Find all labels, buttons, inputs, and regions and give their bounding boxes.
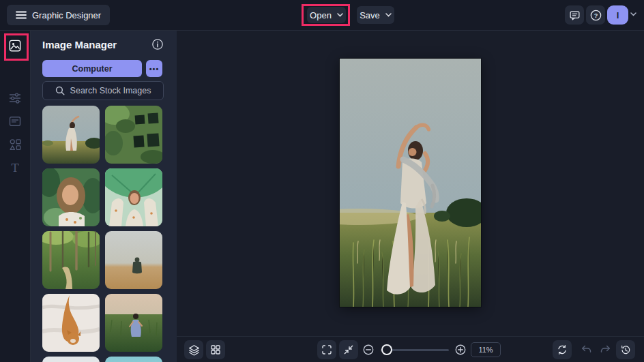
- app-menu-button[interactable]: Graphic Designer: [7, 5, 110, 25]
- save-button[interactable]: Save: [357, 6, 394, 24]
- graphic-designer-app: Graphic Designer Open Save ? I: [0, 0, 644, 362]
- zoom-level-input[interactable]: 11%: [471, 342, 501, 357]
- sidebar-item-image-manager[interactable]: [8, 39, 22, 52]
- search-icon: [55, 86, 65, 95]
- help-icon: ?: [589, 9, 602, 22]
- image-thumbnail[interactable]: [42, 357, 100, 362]
- text-icon: T: [8, 161, 22, 175]
- svg-text:?: ?: [594, 12, 598, 18]
- sliders-icon: [8, 91, 22, 105]
- image-manager-panel: Image Manager Computer ••• Search Stock …: [30, 30, 177, 362]
- avatar-initial: I: [617, 10, 619, 20]
- bottom-toolbar: 11%: [177, 336, 644, 362]
- svg-text:T: T: [11, 162, 18, 175]
- image-thumbnail[interactable]: [42, 231, 100, 289]
- stock-search-input[interactable]: Search Stock Images: [42, 81, 164, 100]
- image-thumbnail[interactable]: [105, 168, 162, 226]
- sidebar-item-edit[interactable]: [8, 91, 22, 105]
- card-icon: [8, 115, 22, 128]
- chevron-down-icon: [337, 13, 343, 17]
- hamburger-icon: [16, 11, 27, 19]
- feedback-button[interactable]: [565, 5, 584, 25]
- undo-button[interactable]: [576, 340, 596, 359]
- history-icon: [620, 344, 631, 355]
- zoom-out-button[interactable]: [359, 340, 378, 359]
- zoom-slider-knob[interactable]: [381, 344, 392, 355]
- layers-icon: [188, 344, 200, 356]
- search-placeholder: Search Stock Images: [70, 86, 151, 95]
- info-button[interactable]: [151, 37, 164, 51]
- canvas-photo[interactable]: [340, 59, 481, 307]
- ellipsis-icon: •••: [149, 65, 160, 73]
- image-thumbnail[interactable]: [42, 168, 100, 226]
- thumbnail-grid: [42, 106, 164, 362]
- image-thumbnail[interactable]: [42, 294, 100, 352]
- reset-button[interactable]: [553, 340, 572, 359]
- sidebar-item-text[interactable]: T: [8, 161, 22, 175]
- fit-to-screen-button[interactable]: [339, 340, 358, 359]
- shapes-icon: [8, 138, 22, 151]
- help-button[interactable]: ?: [586, 5, 605, 25]
- account-chevron-down-icon[interactable]: [630, 12, 636, 16]
- open-button[interactable]: Open: [307, 7, 346, 23]
- zoom-level-value: 11%: [478, 346, 493, 354]
- zoom-in-button[interactable]: [451, 340, 470, 359]
- image-thumbnail[interactable]: [105, 106, 162, 164]
- image-thumbnail[interactable]: [105, 294, 162, 352]
- fullscreen-button[interactable]: [317, 340, 336, 359]
- app-menu-label: Graphic Designer: [32, 10, 101, 20]
- top-bar: Graphic Designer Open Save ? I: [0, 0, 644, 31]
- layers-button[interactable]: [184, 340, 203, 359]
- refresh-icon: [557, 344, 568, 355]
- save-label: Save: [360, 10, 380, 20]
- history-button[interactable]: [616, 340, 635, 359]
- chevron-down-icon: [385, 13, 392, 17]
- more-sources-button[interactable]: •••: [146, 60, 162, 77]
- computer-upload-button[interactable]: Computer: [42, 60, 142, 77]
- grid-icon: [210, 344, 221, 355]
- pages-button[interactable]: [206, 340, 225, 359]
- computer-upload-label: Computer: [72, 64, 112, 74]
- fullscreen-icon: [321, 344, 332, 355]
- image-thumbnail[interactable]: [105, 231, 162, 289]
- sidebar-item-templates[interactable]: [8, 115, 22, 128]
- open-label: Open: [310, 10, 332, 20]
- fit-to-screen-icon: [343, 344, 354, 355]
- sidebar-item-graphics[interactable]: [8, 138, 22, 151]
- tool-rail: T: [0, 30, 31, 362]
- panel-title: Image Manager: [42, 39, 117, 50]
- image-thumbnail[interactable]: [42, 106, 100, 164]
- account-avatar[interactable]: I: [607, 5, 628, 25]
- redo-button[interactable]: [596, 340, 615, 359]
- comment-icon: [569, 10, 581, 21]
- image-thumbnail[interactable]: [105, 357, 162, 362]
- image-icon: [8, 39, 22, 52]
